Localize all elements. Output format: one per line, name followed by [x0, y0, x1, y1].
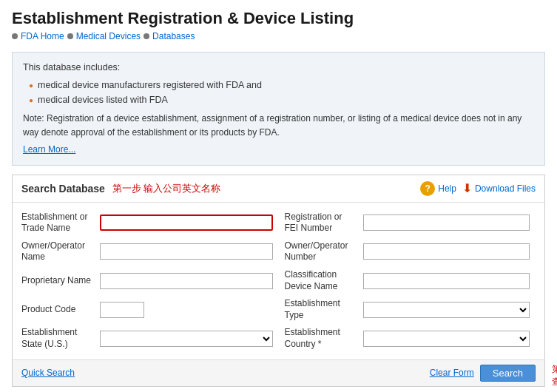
page-title: Establishment Registration & Device List…: [12, 9, 545, 28]
help-label[interactable]: Help: [438, 183, 456, 194]
product-code-input[interactable]: [100, 302, 144, 318]
download-files-link[interactable]: Download Files: [475, 183, 536, 194]
breadcrumb-dot-2: [67, 33, 73, 39]
learn-more-link[interactable]: Learn More...: [23, 143, 534, 157]
owner-number-label: Owner/Operator Number: [285, 240, 359, 263]
product-code-label: Product Code: [21, 304, 95, 316]
establishment-state-label: Establishment State (U.S.): [21, 327, 95, 350]
search-button[interactable]: Search: [480, 365, 536, 382]
establishment-type-row: Establishment Type: [279, 295, 536, 324]
breadcrumb-fda-home[interactable]: FDA Home: [21, 31, 64, 41]
establishment-state-select[interactable]: [100, 331, 273, 347]
classification-device-row: Classification Device Name: [279, 266, 536, 295]
owner-name-label: Owner/Operator Name: [21, 240, 95, 263]
registration-number-label: Registration or FEI Number: [285, 212, 359, 234]
form-footer: Quick Search Clear Form Search 第二步 点击查询: [13, 359, 544, 386]
establishment-type-select[interactable]: [363, 302, 530, 318]
establishment-country-label: Establishment Country *: [285, 327, 359, 350]
info-item-1: medical device manufacturers registered …: [29, 78, 534, 92]
establishment-type-label: Establishment Type: [285, 298, 359, 321]
footer-right: Clear Form Search 第二步 点击查询: [430, 365, 536, 382]
clear-form-button[interactable]: Clear Form: [430, 368, 474, 378]
owner-number-input[interactable]: [363, 243, 530, 260]
classification-device-label: Classification Device Name: [285, 269, 359, 292]
search-title: Search Database: [21, 183, 105, 195]
info-item-2: medical devices listed with FDA: [29, 92, 534, 107]
proprietary-name-input[interactable]: [100, 273, 273, 289]
form-grid: Establishment or Trade Name Registration…: [13, 203, 544, 359]
breadcrumb-medical-devices[interactable]: Medical Devices: [76, 31, 141, 41]
proprietary-name-row: Proprietary Name: [21, 266, 279, 295]
classification-device-input[interactable]: [363, 273, 530, 289]
help-icon[interactable]: ?: [420, 181, 435, 196]
breadcrumb: FDA Home Medical Devices Databases: [12, 31, 545, 41]
info-note: Note: Registration of a device establish…: [23, 112, 534, 140]
search-header-right: ? Help ⬇ Download Files: [420, 181, 536, 196]
breadcrumb-dot-3: [144, 33, 149, 39]
search-section: Search Database 第一步 输入公司英文名称 ? Help ⬇ Do…: [12, 175, 545, 387]
breadcrumb-dot-1: [12, 33, 18, 39]
registration-number-row: Registration or FEI Number: [279, 209, 536, 237]
owner-number-row: Owner/Operator Number: [279, 237, 536, 266]
owner-name-input[interactable]: [100, 243, 273, 260]
info-box: This database includes: medical device m…: [12, 52, 545, 166]
owner-name-row: Owner/Operator Name: [21, 237, 279, 266]
step2-annotation: 第二步 点击查询: [552, 363, 557, 388]
search-btn-wrapper: Search 第二步 点击查询: [480, 365, 536, 382]
establishment-country-row: Establishment Country *: [279, 324, 536, 353]
step1-annotation: 第一步 输入公司英文名称: [112, 182, 221, 195]
search-header: Search Database 第一步 输入公司英文名称 ? Help ⬇ Do…: [13, 175, 544, 203]
info-box-title: This database includes:: [23, 60, 534, 75]
establishment-name-row: Establishment or Trade Name: [21, 209, 279, 237]
info-list: medical device manufacturers registered …: [23, 78, 534, 107]
quick-search-link[interactable]: Quick Search: [21, 368, 75, 378]
registration-number-input[interactable]: [363, 214, 530, 231]
establishment-country-select[interactable]: [363, 331, 530, 347]
establishment-name-input[interactable]: [100, 214, 273, 231]
download-arrow-icon: ⬇: [462, 181, 472, 195]
establishment-state-row: Establishment State (U.S.): [21, 324, 279, 353]
establishment-name-label: Establishment or Trade Name: [21, 212, 95, 234]
proprietary-name-label: Proprietary Name: [21, 275, 95, 287]
product-code-row: Product Code: [21, 295, 279, 324]
breadcrumb-databases[interactable]: Databases: [152, 31, 195, 41]
